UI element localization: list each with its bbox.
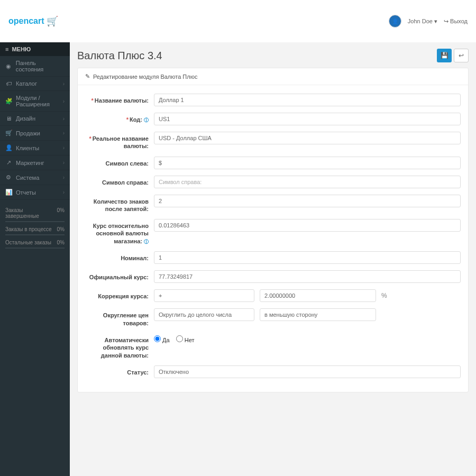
chevron-right-icon: › — [63, 175, 65, 180]
avatar[interactable]: 👤 — [389, 15, 401, 28]
decimals-input[interactable] — [154, 195, 461, 207]
help-icon[interactable]: ⓘ — [144, 117, 149, 123]
symbol-right-label: Символ справа: — [85, 176, 149, 188]
symbol-left-label: Символ слева: — [85, 157, 149, 169]
symbol-right-input[interactable] — [154, 176, 461, 188]
menu-header[interactable]: ≡ МЕНЮ — [0, 42, 70, 56]
chevron-right-icon: › — [63, 98, 65, 104]
logo-text: opencart — [8, 16, 44, 26]
puzzle-icon: 🧩 — [5, 98, 12, 105]
sidebar-item-sales[interactable]: 🛒Продажи› — [0, 126, 70, 141]
rounding-dir-select[interactable]: в меньшую сторону — [260, 308, 376, 321]
real-name-select[interactable]: USD - Доллар США — [154, 132, 461, 144]
correction-value-input[interactable] — [260, 289, 376, 302]
autoupdate-label: Автоматически обновлять курс данной валю… — [85, 333, 149, 359]
header: opencart 🛒 👤 John Doe ▾ ↪ Выход — [0, 0, 476, 42]
logout-link[interactable]: ↪ Выход — [444, 18, 468, 25]
save-button[interactable]: 💾 — [437, 49, 452, 62]
sidebar-item-extensions[interactable]: 🧩Модули / Расширения› — [0, 91, 70, 112]
official-rate-label: Официальный курс: — [85, 270, 149, 283]
stats-block: Заказы завершенные0% Заказы в процессе0%… — [0, 200, 70, 256]
autoupdate-no-radio[interactable]: Нет — [176, 335, 195, 343]
tag-icon: 🏷 — [5, 80, 12, 87]
sidebar-item-dashboard[interactable]: ◉Панель состояния — [0, 56, 70, 77]
code-input[interactable] — [154, 113, 461, 125]
sidebar-item-marketing[interactable]: ↗Маркетинг› — [0, 155, 70, 170]
monitor-icon: 🖥 — [5, 115, 12, 122]
chevron-right-icon: › — [63, 81, 65, 87]
chevron-right-icon: › — [63, 160, 65, 166]
user-menu[interactable]: John Doe ▾ — [408, 18, 437, 25]
autoupdate-yes-radio[interactable]: Да — [154, 335, 170, 343]
chevron-right-icon: › — [63, 116, 65, 122]
percent-unit: % — [381, 292, 387, 299]
symbol-left-input[interactable] — [154, 157, 461, 169]
stat-other: Остальные заказы0% — [5, 237, 65, 248]
chevron-right-icon: › — [63, 130, 65, 136]
share-icon: ↗ — [5, 159, 12, 166]
content: Валюта Плюс 3.4 💾 ↩ ✎Редактирование моду… — [70, 42, 476, 476]
chevron-right-icon: › — [63, 145, 65, 151]
back-button[interactable]: ↩ — [454, 49, 469, 62]
page-title: Валюта Плюс 3.4 — [77, 50, 162, 62]
form-panel: ✎Редактирование модуля Валюта Плюс *Назв… — [77, 68, 469, 392]
official-rate-input[interactable] — [154, 270, 461, 283]
stat-processing: Заказы в процессе0% — [5, 224, 65, 234]
nominal-label: Номинал: — [85, 251, 149, 264]
chevron-right-icon: › — [63, 189, 65, 195]
real-name-label: *Реальное название валюты: — [85, 132, 149, 150]
correction-op-select[interactable]: + — [154, 289, 254, 302]
code-label: *Код: ⓘ — [85, 113, 149, 125]
user-icon: 👤 — [5, 144, 12, 151]
currency-name-label: *Название валюты: — [85, 94, 149, 106]
cart-icon: 🛒 — [47, 15, 58, 27]
currency-name-input[interactable] — [154, 94, 461, 106]
logo[interactable]: opencart 🛒 — [8, 15, 58, 27]
help-icon[interactable]: ⓘ — [144, 239, 149, 244]
chart-icon: 📊 — [5, 189, 12, 196]
pencil-icon: ✎ — [85, 73, 90, 80]
rate-input[interactable] — [154, 219, 461, 232]
sidebar-item-design[interactable]: 🖥Дизайн› — [0, 112, 70, 126]
panel-header: ✎Редактирование модуля Валюта Плюс — [78, 68, 468, 85]
dashboard-icon: ◉ — [5, 63, 12, 70]
rate-label: Курс относительно основной валюты магази… — [85, 219, 149, 245]
gear-icon: ⚙ — [5, 174, 12, 181]
sidebar-item-catalog[interactable]: 🏷Каталог› — [0, 77, 70, 91]
cart-icon: 🛒 — [5, 130, 12, 136]
status-select[interactable]: Отключено — [154, 365, 461, 378]
sidebar: ≡ МЕНЮ ◉Панель состояния 🏷Каталог› 🧩Моду… — [0, 42, 70, 476]
decimals-label: Количество знаков после запятой: — [85, 195, 149, 213]
nominal-input[interactable] — [154, 251, 461, 264]
stat-completed: Заказы завершенные0% — [5, 205, 65, 221]
status-label: Статус: — [85, 365, 149, 378]
sidebar-item-system[interactable]: ⚙Система› — [0, 170, 70, 185]
sidebar-item-customers[interactable]: 👤Клиенты› — [0, 141, 70, 155]
correction-label: Коррекция курса: — [85, 289, 149, 302]
rounding-mode-select[interactable]: Округлить до целого числа — [154, 308, 254, 321]
sidebar-item-reports[interactable]: 📊Отчеты› — [0, 185, 70, 200]
rounding-label: Округление цен товаров: — [85, 308, 149, 327]
